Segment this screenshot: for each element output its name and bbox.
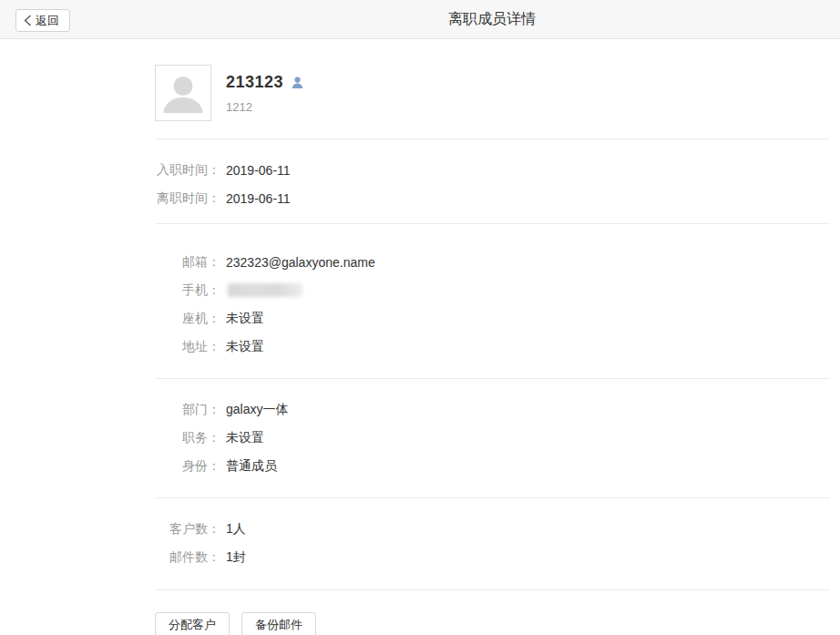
row-label: 手机：: [155, 282, 220, 299]
row-address: 地址： 未设置: [155, 333, 830, 361]
row-label: 地址：: [155, 339, 220, 355]
chevron-left-icon: [24, 15, 32, 26]
section-department: 部门： galaxy一体 职务： 未设置 身份： 普通成员: [155, 378, 830, 497]
row-label: 部门：: [155, 402, 220, 418]
person-silhouette-icon: [156, 66, 210, 120]
row-value: 普通成员: [226, 458, 277, 475]
section-dates: 入职时间： 2019-06-11 离职时间： 2019-06-11: [155, 138, 830, 223]
row-label: 身份：: [155, 458, 220, 475]
row-value: galaxy一体: [226, 402, 288, 418]
redacted-phone-value: [228, 283, 302, 297]
profile-block: 213123 1212: [155, 39, 830, 138]
row-value: 2019-06-11: [226, 163, 291, 178]
row-email: 邮箱： 232323@galaxyone.name: [155, 248, 830, 276]
row-join-date: 入职时间： 2019-06-11: [155, 156, 830, 184]
section-contact: 邮箱： 232323@galaxyone.name 手机： 座机： 未设置 地址…: [155, 223, 830, 378]
row-label: 职务：: [155, 430, 220, 446]
row-value: 1封: [226, 549, 246, 566]
row-leave-date: 离职时间： 2019-06-11: [155, 184, 830, 212]
assign-customers-button[interactable]: 分配客户: [155, 612, 230, 635]
row-label: 邮箱：: [155, 254, 220, 271]
row-mail-count: 邮件数： 1封: [155, 543, 830, 571]
header-bar: 返回 离职成员详情: [0, 0, 840, 39]
row-value: 未设置: [226, 339, 264, 355]
row-value: 未设置: [226, 311, 264, 327]
profile-info: 213123 1212: [226, 65, 303, 121]
row-mobile: 手机：: [155, 276, 830, 304]
row-position: 职务： 未设置: [155, 424, 830, 452]
page-title: 离职成员详情: [448, 0, 536, 38]
row-value: 2019-06-11: [226, 191, 291, 206]
back-button[interactable]: 返回: [15, 9, 70, 32]
avatar: [155, 65, 211, 121]
row-label: 邮件数：: [155, 549, 220, 566]
row-department: 部门： galaxy一体: [155, 395, 830, 424]
row-value: 1人: [226, 521, 246, 538]
action-bar: 分配客户 备份邮件: [155, 589, 830, 635]
row-label: 座机：: [155, 311, 220, 327]
row-landline: 座机： 未设置: [155, 304, 830, 333]
row-value: 未设置: [226, 430, 264, 446]
back-button-label: 返回: [36, 13, 59, 29]
member-alias: 1212: [226, 100, 303, 114]
detail-content: 213123 1212 入职时间： 2019-06-11 离职时间： 2019-…: [155, 39, 830, 635]
backup-mail-button[interactable]: 备份邮件: [241, 612, 316, 635]
row-label: 入职时间：: [155, 162, 220, 179]
member-name: 213123: [226, 73, 283, 92]
row-label: 离职时间：: [155, 190, 220, 207]
row-value: 232323@galaxyone.name: [226, 255, 375, 270]
section-counts: 客户数： 1人 邮件数： 1封: [155, 497, 830, 589]
row-customer-count: 客户数： 1人: [155, 515, 830, 543]
member-status-icon: [292, 77, 303, 89]
row-label: 客户数：: [155, 521, 220, 538]
row-identity: 身份： 普通成员: [155, 452, 830, 480]
